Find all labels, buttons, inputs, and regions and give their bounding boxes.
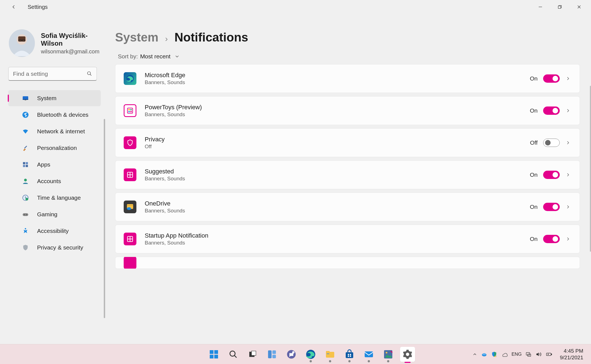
nav-item-accessibility[interactable]: Accessibility [8, 223, 101, 239]
nav-item-apps[interactable]: Apps [8, 157, 101, 173]
nav-item-network[interactable]: Network & internet [8, 123, 101, 139]
sort-dropdown[interactable]: Sort by: Most recent [118, 53, 580, 60]
taskbar-app-explorer[interactable] [323, 347, 338, 362]
chevron-right-icon: › [165, 34, 168, 43]
svg-rect-30 [128, 109, 130, 110]
taskbar-app-edge[interactable] [303, 347, 318, 362]
taskbar-app-store[interactable] [342, 347, 357, 362]
app-row-powertoys[interactable]: PowerToys (Preview) Banners, Sounds On [115, 96, 580, 125]
app-row-suggested[interactable]: Suggested Banners, Sounds On [115, 160, 580, 189]
chevron-right-icon[interactable] [565, 172, 571, 178]
svg-rect-17 [23, 162, 25, 164]
app-name: Suggested [145, 168, 522, 175]
app-name: Microsoft Edge [145, 72, 522, 79]
chevron-right-icon[interactable] [565, 76, 571, 81]
task-view-button[interactable] [245, 347, 260, 362]
nav-item-time-language[interactable]: Time & language [8, 190, 101, 206]
svg-rect-43 [214, 350, 218, 354]
svg-point-69 [482, 353, 486, 355]
taskbar: ! ENG 4:45 PM 9/21/2021 [0, 344, 591, 364]
monitor-icon [22, 94, 29, 102]
language-indicator[interactable]: ENG [512, 352, 522, 357]
app-row-edge[interactable]: Microsoft Edge Banners, Sounds On [115, 64, 580, 93]
accessibility-icon [22, 227, 29, 235]
toggle-switch[interactable] [543, 106, 560, 115]
nav-label: Accounts [37, 178, 61, 184]
maximize-button[interactable] [550, 0, 569, 14]
nav-item-gaming[interactable]: Gaming [8, 206, 101, 222]
nav-label: Time & language [37, 194, 81, 201]
search-input[interactable] [8, 67, 97, 81]
nav-item-personalization[interactable]: Personalization [8, 140, 101, 156]
volume-tray-icon[interactable] [535, 351, 541, 357]
svg-rect-18 [26, 162, 28, 164]
toggle-state-label: On [530, 107, 538, 114]
svg-rect-57 [326, 351, 330, 353]
nav-label: Accessibility [37, 228, 69, 234]
taskbar-app-mail[interactable] [361, 347, 376, 362]
security-icon[interactable]: ! [491, 351, 497, 357]
nav-item-accounts[interactable]: Accounts [8, 173, 101, 189]
chevron-right-icon[interactable] [565, 108, 571, 113]
svg-text:!: ! [496, 355, 496, 357]
widgets-button[interactable] [265, 347, 279, 362]
nav-item-system[interactable]: System [8, 90, 101, 106]
toggle-switch[interactable] [543, 171, 560, 179]
tray-app-icon[interactable] [481, 351, 487, 357]
sidebar: Sofia Wyciślik-Wilson wilsonmark@gmail.c… [0, 14, 105, 344]
toggle-state-label: On [530, 236, 538, 242]
nav-label: Privacy & security [37, 244, 83, 251]
svg-rect-31 [130, 109, 132, 110]
chevron-right-icon[interactable] [565, 204, 571, 210]
toggle-switch[interactable] [543, 139, 560, 147]
taskbar-app-settings[interactable] [400, 347, 415, 362]
onedrive-tray-icon[interactable] [501, 351, 508, 358]
toggle-switch[interactable] [543, 235, 560, 243]
toggle-switch[interactable] [543, 74, 560, 83]
minimize-button[interactable] [531, 0, 550, 14]
user-profile[interactable]: Sofia Wyciślik-Wilson wilsonmark@gmail.c… [0, 29, 105, 57]
chat-button[interactable] [284, 347, 299, 362]
app-name: PowerToys (Preview) [145, 104, 522, 111]
search-icon[interactable] [86, 71, 92, 77]
svg-rect-24 [23, 213, 28, 216]
page-scrollbar[interactable] [590, 86, 591, 252]
paintbrush-icon [22, 144, 29, 152]
svg-point-38 [127, 207, 131, 210]
clock[interactable]: 4:45 PM 9/21/2021 [560, 348, 583, 361]
privacy-icon [124, 136, 136, 149]
tray-overflow-button[interactable] [472, 352, 477, 357]
toggle-switch[interactable] [543, 203, 560, 211]
taskbar-search[interactable] [226, 347, 241, 362]
network-tray-icon[interactable] [525, 351, 532, 357]
start-button[interactable] [206, 347, 221, 362]
chevron-right-icon[interactable] [565, 140, 571, 145]
taskbar-app-image-editor[interactable] [381, 347, 396, 362]
svg-rect-74 [551, 354, 552, 355]
nav-item-privacy[interactable]: Privacy & security [8, 240, 101, 256]
svg-point-21 [24, 179, 27, 181]
svg-rect-33 [130, 111, 132, 112]
breadcrumb: System › Notifications [115, 30, 580, 44]
battery-tray-icon[interactable] [545, 351, 553, 357]
svg-rect-51 [273, 350, 276, 354]
app-row-startup[interactable]: Startup App Notification Banners, Sounds… [115, 225, 580, 253]
app-sub: Banners, Sounds [145, 176, 522, 182]
window-title: Settings [28, 4, 48, 10]
svg-rect-13 [23, 99, 28, 100]
nav-item-bluetooth[interactable]: Bluetooth & devices [8, 107, 101, 123]
shield-icon [22, 244, 29, 251]
breadcrumb-parent[interactable]: System [115, 30, 159, 44]
svg-point-46 [230, 351, 235, 356]
app-row-partial[interactable] [115, 257, 580, 269]
chevron-right-icon[interactable] [565, 236, 571, 242]
breadcrumb-current: Notifications [175, 30, 248, 44]
svg-point-25 [24, 214, 25, 215]
sort-label: Sort by: [118, 53, 138, 60]
app-row-onedrive[interactable]: OneDrive Banners, Sounds On [115, 193, 580, 221]
app-sub: Banners, Sounds [145, 79, 522, 85]
nav: System Bluetooth & devices Network & int… [0, 90, 105, 256]
back-button[interactable] [10, 3, 18, 11]
close-button[interactable] [569, 0, 589, 14]
app-row-privacy[interactable]: Privacy Off Off [115, 128, 580, 157]
